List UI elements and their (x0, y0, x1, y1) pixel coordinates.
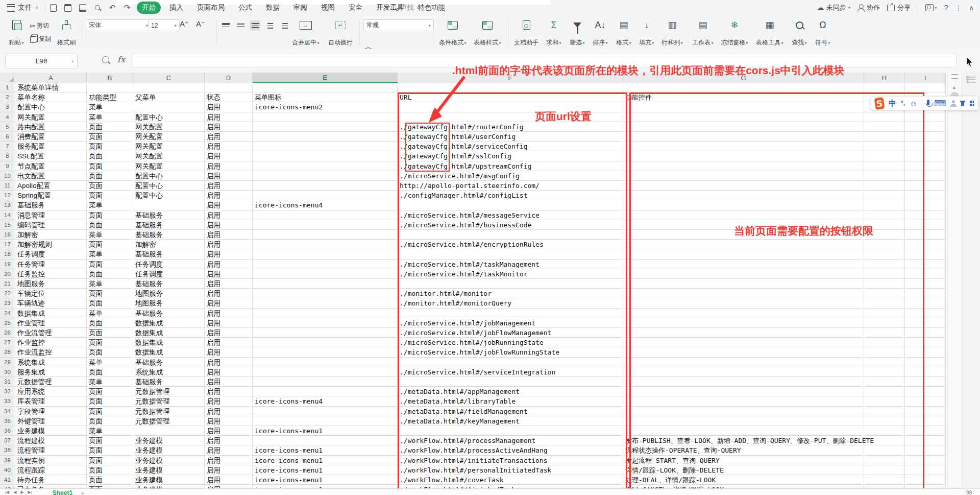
cell-E18[interactable] (253, 249, 398, 259)
shrink-font-button[interactable]: A⁻ (196, 19, 205, 29)
cell-D5[interactable]: 启用 (205, 122, 253, 132)
cell-C13[interactable] (133, 200, 205, 210)
column-header-C[interactable]: C (133, 73, 205, 83)
cell-C4[interactable]: 配置中心 (133, 112, 205, 122)
cell-A18[interactable]: 任务调度 (15, 249, 87, 259)
freeze-button[interactable]: ❄冻结窗格▾ (718, 18, 751, 48)
cell-A30[interactable]: 服务集成 (15, 367, 87, 377)
format-painter-button[interactable]: 格式刷 (54, 18, 79, 48)
cell-B38[interactable]: 页面 (87, 445, 133, 455)
row-header-4[interactable]: 4 (0, 112, 15, 122)
cell-B19[interactable]: 页面 (87, 260, 133, 269)
cell-E39[interactable]: icore-icons-menu1 (253, 456, 398, 465)
cell-D22[interactable]: 启用 (205, 289, 253, 298)
cell-D26[interactable]: 启用 (205, 328, 253, 338)
cell-D38[interactable]: 启用 (205, 445, 253, 455)
cell-E12[interactable] (253, 191, 398, 200)
cell-A4[interactable]: 网关配置 (15, 112, 87, 122)
cell-A35[interactable]: 外键管理 (15, 416, 87, 426)
column-header-A[interactable]: A (15, 73, 87, 83)
cell-E15[interactable] (253, 220, 398, 230)
share-button[interactable]: 分享 (887, 3, 911, 12)
cell-D30[interactable]: 启用 (205, 367, 253, 377)
cell-C25[interactable]: 数据集成 (133, 318, 205, 328)
settings-sliders-icon[interactable] (966, 77, 975, 78)
cell-D3[interactable]: 启用 (205, 102, 253, 112)
sum-button[interactable]: Σ求和▾ (543, 18, 565, 48)
cell-B30[interactable]: 页面 (87, 367, 133, 377)
column-header-I[interactable]: I (905, 73, 946, 83)
cell-A29[interactable]: 系统集成 (15, 358, 87, 367)
cell-A32[interactable]: 应用系统 (15, 387, 87, 396)
add-sheet-button[interactable]: ＋ (80, 489, 85, 495)
cell-B1[interactable] (87, 83, 133, 92)
cell-E4[interactable] (253, 112, 398, 122)
cell-C32[interactable]: 元数据管理 (133, 387, 205, 396)
paste-button[interactable]: 粘贴▾ (5, 18, 28, 48)
ime-emoji-icon[interactable]: ☺ (910, 99, 917, 108)
cell-B25[interactable]: 页面 (87, 318, 133, 328)
cell-D25[interactable]: 启用 (205, 318, 253, 328)
cell-B26[interactable]: 页面 (87, 328, 133, 338)
sheet-nav-3[interactable]: ▶| (28, 490, 32, 494)
ime-skin-icon[interactable] (960, 101, 965, 106)
fx-icon[interactable]: fx (117, 55, 125, 64)
collapse-ribbon-button[interactable]: ∧ (969, 4, 974, 12)
cell-E28[interactable] (253, 347, 398, 357)
cell-C36[interactable] (133, 426, 205, 436)
switch-window-button[interactable]: ▾ (925, 4, 937, 11)
cell-D19[interactable]: 启用 (205, 260, 253, 269)
worksheet-button[interactable]: ▤工作表▾ (688, 18, 718, 48)
ime-toolbox-icon[interactable] (970, 101, 974, 106)
increase-indent-button[interactable] (280, 20, 290, 31)
row-header-25[interactable]: 25 (0, 318, 15, 328)
cell-A33[interactable]: 库表管理 (15, 396, 87, 406)
cell-C38[interactable]: 业务建模 (133, 445, 205, 455)
cut-button[interactable]: ✂剪切 (30, 21, 51, 30)
cell-E19[interactable] (253, 260, 398, 269)
cell-B6[interactable]: 页面 (87, 132, 133, 142)
font-size-select[interactable]: 12▾ (148, 19, 180, 31)
wrap-text-button[interactable]: ↵ 自动换行 (326, 18, 355, 48)
cell-B5[interactable]: 页面 (87, 122, 133, 132)
cell-A23[interactable]: 车辆轨迹 (15, 298, 87, 308)
name-box[interactable]: E90 ▾ (5, 54, 78, 68)
cell-B40[interactable]: 页面 (87, 465, 133, 475)
row-header-34[interactable]: 34 (0, 407, 15, 416)
cell-E13[interactable]: icore-icons-menu4 (253, 200, 398, 210)
cell-D20[interactable]: 启用 (205, 269, 253, 279)
cell-A19[interactable]: 任务管理 (15, 260, 87, 269)
ime-mic-icon[interactable] (927, 100, 929, 105)
cell-C14[interactable]: 基础服务 (133, 210, 205, 220)
cell-B2[interactable]: 功能类型 (87, 92, 133, 102)
cell-D11[interactable]: 启用 (205, 181, 253, 191)
cell-C24[interactable]: 基础服务 (133, 309, 205, 318)
cell-A31[interactable]: 元数据管理 (15, 377, 87, 387)
cell-C28[interactable]: 数据集成 (133, 347, 205, 357)
cell-B8[interactable]: 页面 (87, 151, 133, 161)
row-header-28[interactable]: 28 (0, 347, 15, 357)
cell-B9[interactable]: 页面 (87, 161, 133, 171)
cell-E40[interactable]: icore-icons-menu1 (253, 465, 398, 475)
cell-C37[interactable]: 业务建模 (133, 436, 205, 445)
merge-center-button[interactable]: ↔ 合并居中▾ (290, 18, 322, 48)
align-middle-button[interactable] (235, 20, 246, 31)
cell-D28[interactable]: 启用 (205, 347, 253, 357)
cell-C12[interactable]: 配置中心 (133, 191, 205, 200)
cell-A34[interactable]: 字段管理 (15, 407, 87, 416)
cell-D2[interactable]: 状态 (205, 92, 253, 102)
cell-A11[interactable]: Apollo配置 (15, 181, 87, 191)
cell-B14[interactable]: 页面 (87, 210, 133, 220)
cell-E10[interactable] (253, 171, 398, 181)
row-header-29[interactable]: 29 (0, 358, 15, 367)
row-header-26[interactable]: 26 (0, 328, 15, 338)
vertical-scrollbar[interactable]: ▲ (947, 73, 962, 488)
cell-A26[interactable]: 作业流管理 (15, 328, 87, 338)
collaborate-button[interactable]: 协作 (857, 3, 880, 12)
row-header-6[interactable]: 6 (0, 132, 15, 142)
tab-页面布局[interactable]: 页面布局 (192, 2, 230, 14)
cell-C8[interactable]: 网关配置 (133, 151, 205, 161)
sheet-nav-2[interactable]: ▶ (20, 490, 23, 494)
scroll-up-icon[interactable]: ▲ (952, 85, 957, 90)
print-icon[interactable] (79, 4, 87, 12)
